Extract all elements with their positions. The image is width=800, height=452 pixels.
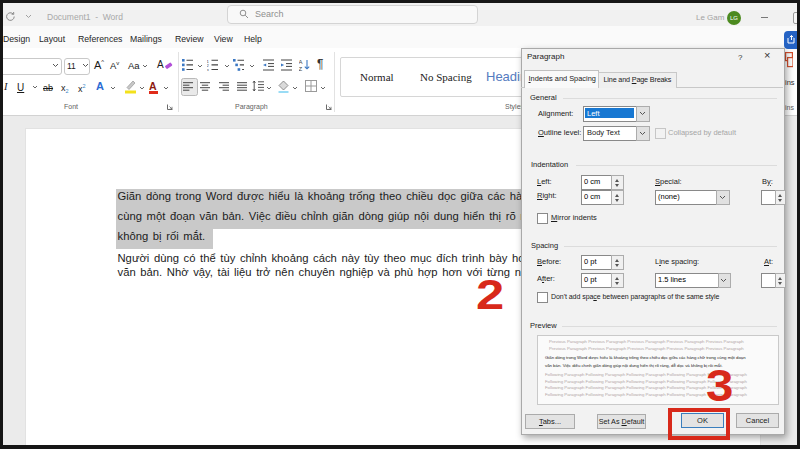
svg-text:3: 3 — [207, 68, 210, 71]
svg-text:A: A — [299, 59, 303, 65]
svg-text:Z: Z — [299, 66, 303, 71]
